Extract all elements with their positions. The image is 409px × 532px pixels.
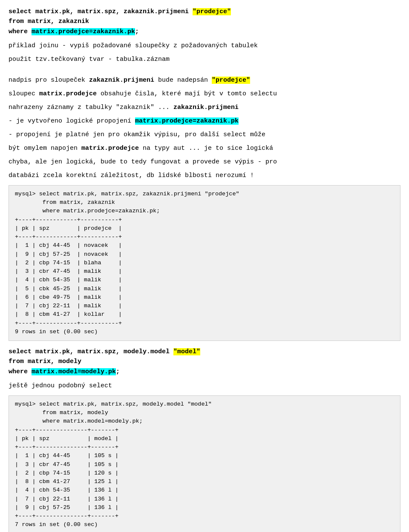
p5-text: nahrazeny záznamy z tabulky "zakaznik" .… [9,104,173,111]
query2-line3: where matrix.model=modely.pk; [9,367,400,377]
explanation2-text: ještě jednou podobný select [9,381,400,391]
explanation1-p4: sloupec matrix.prodejce obsahuje čisla, … [9,89,400,99]
explanation1-p2: použit tzv.tečkovaný tvar - tabulka.zázn… [9,54,400,65]
explanation1-p5: nahrazeny záznamy z tabulky "zakaznik" .… [9,103,400,113]
p4-bold: matrix.prodejce [39,90,97,97]
p6-text: - je vytvořeno logické propojení [9,117,135,125]
p3-bold: zakaznik.prijmeni [89,77,154,84]
query2-line2: from matrix, modely [9,357,400,366]
p5-bold: zakaznik.prijmeni [173,104,239,111]
query2-condition: matrix.model=modely.pk [32,368,116,375]
explanation1-p8: být omylem napojen matrix.prodejce na ty… [9,143,400,154]
p8-bold: matrix.prodejce [81,145,139,152]
p3-middle: bude nadepsán [154,77,212,84]
explanation1-p9: chyba, ale jen logická, bude to tedy fun… [9,157,400,167]
explanation1-p7: - propojení je platné jen pro okamžik vý… [9,130,400,140]
query2-select: select matrix.pk, matrix.spz, modely.mod… [9,348,173,355]
p3-prefix: nadpis pro sloupeček [9,77,89,84]
query1-line3: where matrix.prodejce=zakaznik.pk; [9,27,400,37]
query1-line1: select matrix.pk, matrix.spz, zakaznik.p… [9,7,400,17]
p8-suffix: na typy aut ... je to sice logická [139,145,273,152]
p8-prefix: být omylem napojen [9,145,81,152]
query2-line1: select matrix.pk, matrix.spz, modely.mod… [9,347,400,357]
explanation1-p3: nadpis pro sloupeček zakaznik.prijmeni b… [9,75,400,86]
explanation1-p10: databázi zcela korektní záležitost, db l… [9,171,400,181]
query1-semicolon: ; [135,28,139,35]
explanation1-p6: - je vytvořeno logické propojení matrix.… [9,116,400,126]
query1-prodejce: "prodejce" [193,8,231,15]
query2-where-label: where [9,368,32,375]
p6-highlight: matrix.prodejce=zakaznik.pk [135,117,239,125]
explanation1-p1: příklad joinu - vypiš požadované sloupeč… [9,41,400,51]
result2-block: mysql> select matrix.pk, matrix.spz, mod… [9,395,400,532]
query1-select: select matrix.pk, matrix.spz, zakaznik.p… [9,8,193,15]
query2-semicolon: ; [116,368,120,375]
query1-block: select matrix.pk, matrix.spz, zakaznik.p… [9,7,400,37]
p4-prefix: sloupec [9,90,39,97]
result1-block: mysql> select matrix.pk, matrix.spz, zak… [9,185,400,341]
p3-highlight: "prodejce" [212,77,250,84]
query2-block: select matrix.pk, matrix.spz, modely.mod… [9,347,400,377]
query1-where-label: where [9,28,32,35]
query1-line2: from matrix, zakaznik [9,17,400,26]
p4-suffix: obsahuje čisla, které mají být v tomto s… [97,90,277,97]
query2-model: "model" [173,348,200,355]
query1-condition: matrix.prodejce=zakaznik.pk [32,28,135,35]
